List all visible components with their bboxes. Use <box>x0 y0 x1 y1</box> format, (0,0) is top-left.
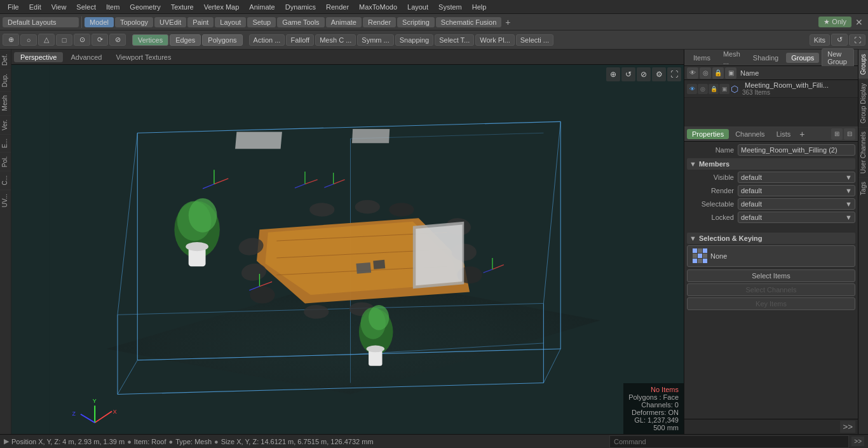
vp-lock-btn[interactable]: ⊕ <box>606 67 620 81</box>
add-tab-button[interactable]: + <box>503 17 513 27</box>
mode-polygons[interactable]: Polygons <box>202 34 242 46</box>
props-action-1[interactable]: ⊞ <box>831 128 843 140</box>
menu-vertexmap[interactable]: Vertex Map <box>199 2 245 12</box>
icon-btn-2[interactable]: △ <box>38 34 55 46</box>
menu-render[interactable]: Render <box>321 2 354 12</box>
tab-topology[interactable]: Topology <box>115 17 153 27</box>
eye-icon[interactable]: 👁 <box>687 67 698 79</box>
menu-geometry[interactable]: Geometry <box>125 2 165 12</box>
gi-render-icon[interactable]: ◎ <box>698 84 708 94</box>
close-toolbar-button[interactable]: ✕ <box>853 17 865 27</box>
menu-item[interactable]: Item <box>101 2 125 12</box>
props-tab-channels[interactable]: Channels <box>730 129 770 139</box>
menu-layout[interactable]: Layout <box>402 2 433 12</box>
none-keying-btn[interactable]: None <box>687 245 855 267</box>
selectable-dropdown[interactable]: default ▼ <box>738 198 855 210</box>
tab-schematic[interactable]: Schematic Fusion <box>436 17 501 27</box>
tool-mesh[interactable]: Mesh C ... <box>315 34 356 46</box>
viewport[interactable]: Perspective Advanced Viewport Textures <box>11 50 684 434</box>
vp-zoom-fit-btn[interactable]: ⊘ <box>637 67 651 81</box>
groups-tab-items[interactable]: Items <box>688 53 715 63</box>
menu-select[interactable]: Select <box>71 2 101 12</box>
mode-edges[interactable]: Edges <box>170 34 201 46</box>
icon-btn-5[interactable]: ⟳ <box>92 34 108 46</box>
tool-snapping[interactable]: Snapping <box>395 34 434 46</box>
menu-help[interactable]: Help <box>467 2 492 12</box>
tool-falloff[interactable]: Falloff <box>286 34 314 46</box>
key-items-btn[interactable]: Key Items <box>687 297 855 310</box>
tool-selectt[interactable]: Select T... <box>435 34 474 46</box>
vp-tab-textures[interactable]: Viewport Textures <box>109 52 177 62</box>
command-input[interactable] <box>609 435 849 448</box>
members-section-header[interactable]: ▼ Members <box>687 158 855 170</box>
name-value[interactable]: Meeting_Room_with_Filling (2) <box>738 144 855 156</box>
tab-model[interactable]: Model <box>85 17 114 27</box>
rst-tags[interactable]: Tags <box>858 177 868 199</box>
vp-expand-btn[interactable]: ⛶ <box>667 67 681 81</box>
group-item-meeting[interactable]: 👁 ◎ 🔒 ▣ ⬡ Meeting_Room_with_Filli... 363… <box>684 80 858 98</box>
vp-tab-perspective[interactable]: Perspective <box>14 52 63 62</box>
left-tab-c[interactable]: C... <box>0 171 11 189</box>
menu-dynamics[interactable]: Dynamics <box>280 2 321 12</box>
select-items-btn[interactable]: Select Items <box>687 269 855 282</box>
rst-group-display[interactable]: Group Display <box>858 79 868 127</box>
menu-animate[interactable]: Animate <box>244 2 280 12</box>
groups-tab-groups[interactable]: Groups <box>786 53 819 63</box>
tool-kits[interactable]: Kits <box>810 34 830 46</box>
command-expand-button[interactable]: >> <box>851 437 864 446</box>
menu-view[interactable]: View <box>46 2 72 12</box>
left-tab-edge[interactable]: E... <box>0 134 11 152</box>
locked-dropdown[interactable]: default ▼ <box>738 212 855 223</box>
sel-keying-header[interactable]: ▼ Selection & Keying <box>687 233 855 244</box>
menu-file[interactable]: File <box>3 2 24 12</box>
mode-vertices[interactable]: Vertices <box>132 34 168 46</box>
panel-expand-button[interactable]: >> <box>840 421 855 433</box>
tab-paint[interactable]: Paint <box>187 17 214 27</box>
tool-symm[interactable]: Symm ... <box>357 34 393 46</box>
tab-render[interactable]: Render <box>363 17 396 27</box>
tab-gametools[interactable]: Game Tools <box>277 17 325 27</box>
icon-btn-0[interactable]: ⊕ <box>3 34 19 46</box>
props-tab-properties[interactable]: Properties <box>687 129 729 139</box>
menu-edit[interactable]: Edit <box>24 2 46 12</box>
render-dropdown[interactable]: default ▼ <box>738 185 855 196</box>
groups-tab-mesh[interactable]: Mesh ... <box>718 49 745 67</box>
menu-maxtomodo[interactable]: MaxToModo <box>354 2 402 12</box>
props-tab-lists[interactable]: Lists <box>771 129 796 139</box>
menu-texture[interactable]: Texture <box>166 2 199 12</box>
groups-tab-shading[interactable]: Shading <box>748 53 783 63</box>
tool-workpl[interactable]: Work Pl... <box>475 34 514 46</box>
lock-icon[interactable]: 🔒 <box>712 67 724 79</box>
gi-eye-icon[interactable]: 👁 <box>687 84 697 94</box>
left-tab-poly[interactable]: Pol. <box>0 152 11 171</box>
star-only[interactable]: ★ Only <box>818 17 851 27</box>
left-tab-mesh[interactable]: Mesh <box>0 91 11 114</box>
render-icon[interactable]: ◎ <box>700 67 711 79</box>
gi-lock-icon[interactable]: 🔒 <box>709 84 719 94</box>
gi-vis-icon[interactable]: ▣ <box>719 84 729 94</box>
tool-selecti[interactable]: Selecti ... <box>516 34 553 46</box>
left-tab-uv[interactable]: UV... <box>0 189 11 211</box>
tab-setup[interactable]: Setup <box>247 17 276 27</box>
tab-scripting[interactable]: Scripting <box>397 17 435 27</box>
tab-layout[interactable]: Layout <box>215 17 246 27</box>
fullscreen-btn[interactable]: ⛶ <box>849 34 865 46</box>
tab-uvedit[interactable]: UVEdit <box>154 17 186 27</box>
tab-animate[interactable]: Animate <box>326 17 362 27</box>
reset-view-btn[interactable]: ↺ <box>831 34 848 46</box>
left-tab-duplicate[interactable]: Dup. <box>0 69 11 91</box>
props-action-2[interactable]: ⊟ <box>844 128 855 140</box>
icon-btn-6[interactable]: ⊘ <box>109 34 126 46</box>
tool-action[interactable]: Action ... <box>249 34 285 46</box>
rst-groups[interactable]: Groups <box>858 50 868 79</box>
icon-btn-4[interactable]: ⊙ <box>74 34 90 46</box>
select-channels-btn[interactable]: Select Channels <box>687 283 855 296</box>
menu-system[interactable]: System <box>433 2 467 12</box>
left-tab-default[interactable]: Def. <box>0 50 11 69</box>
rst-user-channels[interactable]: User Channels <box>858 127 868 177</box>
vp-settings-btn[interactable]: ⚙ <box>652 67 666 81</box>
layout-dropdown[interactable]: Default Layouts <box>3 17 79 27</box>
icon-btn-3[interactable]: □ <box>56 34 72 46</box>
vp-tab-advanced[interactable]: Advanced <box>64 52 108 62</box>
props-tab-add[interactable]: + <box>797 129 807 139</box>
